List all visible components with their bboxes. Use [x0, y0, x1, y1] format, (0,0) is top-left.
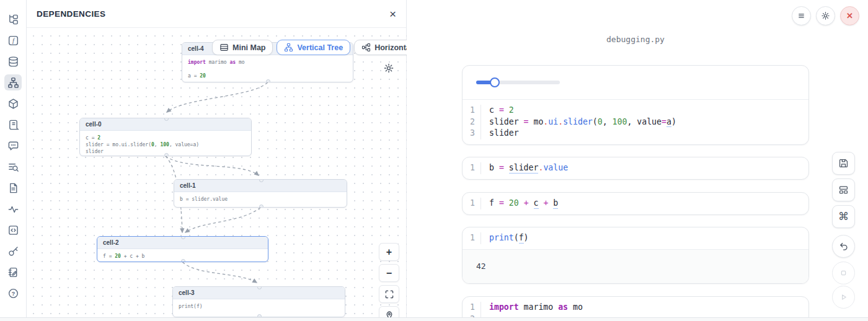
code-token	[529, 198, 534, 208]
graph-node-cell-0[interactable]: cell-0c = 2slider = mo.ui.slider(0, 100,…	[79, 118, 252, 156]
logs-icon	[7, 119, 19, 131]
code-token: a =	[188, 73, 200, 79]
code-editor[interactable]: 1print(f)	[463, 227, 808, 249]
sidebar-item-scratchpad[interactable]	[4, 264, 22, 280]
sidebar-item-document[interactable]	[4, 180, 22, 196]
code-token: b = slider.value	[180, 196, 228, 202]
graph-node-cell-3[interactable]: cell-3print(f)	[172, 286, 345, 317]
edge-cell-1-to-cell-2	[185, 208, 260, 232]
dependencies-panel-header: DEPENDENCIES ×	[27, 0, 406, 28]
code-token: , value=a)	[169, 142, 199, 147]
view-button-horizontal-tree[interactable]: Horizontal Tree	[354, 40, 407, 55]
code-token: (	[593, 117, 598, 126]
settings-button[interactable]	[816, 6, 835, 25]
zoom-out-button[interactable]: −	[379, 264, 399, 282]
sidebar-item-help[interactable]: ?	[4, 285, 22, 301]
document-icon	[7, 182, 19, 194]
dependency-graph-canvas[interactable]: Mini MapVertical TreeHorizontal Tree cel…	[27, 28, 407, 317]
code-token: a	[666, 117, 671, 128]
code-editor[interactable]: 1b = slider.value	[463, 157, 808, 179]
sidebar-item-search-list[interactable]	[4, 159, 22, 175]
line-number: 3	[463, 128, 481, 139]
code-token: slider	[489, 128, 519, 138]
sidebar-item-database[interactable]	[4, 53, 22, 69]
search-list-icon	[7, 161, 19, 173]
fit-view-button[interactable]	[379, 285, 399, 303]
code-token: import	[188, 59, 209, 65]
zoom-out-icon: −	[386, 268, 392, 279]
code-token: c	[489, 105, 499, 115]
code-editor[interactable]: 1c = 22slider = mo.ui.slider(0, 100, val…	[463, 100, 808, 144]
settings-icon	[821, 11, 830, 20]
code-line: 3slider	[463, 128, 808, 139]
fit-view-icon	[384, 289, 394, 299]
zoom-in-button[interactable]: +	[379, 243, 399, 261]
code-line: a = 20	[188, 73, 347, 79]
graph-settings-button[interactable]	[383, 63, 395, 75]
code-line: f = 20 + c + b	[103, 253, 262, 260]
close-icon: ×	[389, 7, 396, 20]
code-token: =	[524, 117, 529, 126]
close-panel-button[interactable]: ×	[389, 8, 396, 20]
code-line: 1f = 20 + c + b	[463, 198, 808, 209]
code-token: slider	[509, 163, 539, 174]
code-token: slider	[489, 117, 524, 126]
slider[interactable]	[476, 77, 560, 87]
menu-button[interactable]	[792, 6, 811, 25]
undo-button[interactable]	[832, 235, 855, 258]
sidebar-item-function[interactable]: f	[4, 32, 22, 48]
graph-node-cell-2[interactable]: cell-2f = 20 + c + b	[97, 236, 268, 262]
slider-thumb[interactable]	[490, 77, 500, 87]
edge-cell-2-to-cell-3	[183, 262, 257, 283]
notebook-cell: 1c = 22slider = mo.ui.slider(0, 100, val…	[462, 65, 809, 145]
sidebar-item-snippets[interactable]	[4, 222, 22, 238]
code-line: 1print(f)	[463, 232, 808, 244]
code-line: 1c = 2	[463, 105, 808, 117]
code-token: f	[519, 233, 524, 244]
code-token: slider	[86, 149, 104, 154]
svg-text:f: f	[12, 37, 15, 44]
code-token: marimo	[209, 59, 230, 65]
line-number: 2	[463, 117, 481, 128]
code-token: b	[553, 198, 558, 209]
sidebar-item-key[interactable]	[4, 243, 22, 259]
dependencies-panel: DEPENDENCIES × Mini MapVertical TreeHori…	[27, 0, 407, 317]
shutdown-icon: ✕	[846, 11, 853, 20]
graph-node-cell-1[interactable]: cell-1b = slider.value	[174, 179, 347, 208]
code-content: slider = mo.ui.slider(0, 100, value=a)	[481, 117, 676, 128]
key-icon	[7, 245, 19, 257]
app-layout-button[interactable]	[832, 178, 855, 201]
code-token: as	[558, 302, 568, 312]
code-token: 20	[200, 73, 206, 79]
shutdown-button[interactable]: ✕	[840, 6, 859, 25]
code-line: import marimo as mo	[188, 59, 347, 66]
keyboard-shortcuts-button[interactable]: ⌘	[832, 205, 855, 228]
function-icon: f	[7, 35, 19, 46]
code-line: 2slider = mo.ui.slider(0, 100, value=a)	[463, 117, 808, 128]
code-token: as	[229, 59, 238, 65]
sidebar-item-activity[interactable]	[4, 201, 22, 217]
snippets-icon	[7, 224, 19, 236]
edge-cell-4-to-cell-0	[167, 82, 268, 112]
code-token: 2	[509, 105, 514, 115]
code-token	[519, 198, 524, 208]
notebook-filename: debugging.py	[462, 35, 809, 44]
sidebar-item-package[interactable]	[4, 95, 22, 112]
graph-node-title: cell-2	[97, 237, 268, 249]
sidebar-item-logs[interactable]	[4, 117, 22, 133]
graph-node-code: c = 2slider = mo.ui.slider(0, 100, value…	[80, 131, 251, 156]
view-button-vertical-tree[interactable]: Vertical Tree	[277, 40, 350, 55]
code-token: ,	[154, 142, 161, 147]
code-token: print	[489, 233, 514, 242]
save-button[interactable]	[832, 152, 855, 175]
locate-button[interactable]	[379, 306, 399, 317]
view-button-label: Vertical Tree	[297, 43, 343, 52]
code-token: print(f)	[179, 304, 203, 309]
sidebar-item-file-tree[interactable]	[4, 11, 22, 27]
code-token	[504, 198, 509, 208]
app-layout-icon	[838, 185, 849, 195]
sidebar-item-chat[interactable]	[4, 138, 22, 154]
code-editor[interactable]: 1f = 20 + c + b	[463, 193, 808, 214]
view-button-mini-map[interactable]: Mini Map	[212, 40, 273, 55]
sidebar-item-dependency-graph[interactable]	[4, 74, 22, 90]
